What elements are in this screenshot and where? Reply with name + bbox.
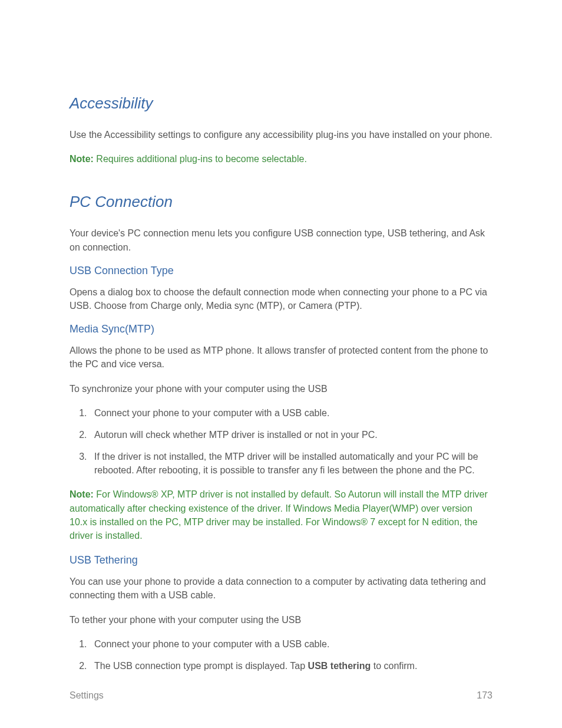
heading-pc-connection: PC Connection — [70, 193, 492, 211]
list-item: Connect your phone to your computer with… — [90, 406, 492, 420]
note-label: Note: — [70, 154, 94, 164]
accessibility-note: Note: Requires additional plug-ins to be… — [70, 152, 492, 166]
list-item: Autorun will check whether MTP driver is… — [90, 428, 492, 442]
heading-usb-tethering: USB Tethering — [70, 554, 492, 566]
usb-tethering-steps: Connect your phone to your computer with… — [70, 637, 492, 673]
step2-prefix: The USB connection type prompt is displa… — [94, 661, 308, 671]
note-text: Requires additional plug-ins to become s… — [94, 154, 307, 164]
step2-suffix: to confirm. — [371, 661, 417, 671]
media-sync-steps: Connect your phone to your computer with… — [70, 406, 492, 477]
pc-connection-intro: Your device's PC connection menu lets yo… — [70, 226, 492, 253]
media-sync-text1: Allows the phone to be used as MTP phone… — [70, 344, 492, 371]
step2-bold: USB tethering — [308, 661, 371, 671]
heading-media-sync: Media Sync(MTP) — [70, 323, 492, 335]
usb-tethering-text1: You can use your phone to provide a data… — [70, 575, 492, 602]
usb-tethering-text2: To tether your phone with your computer … — [70, 613, 492, 627]
media-sync-note: Note: For Windows® XP, MTP driver is not… — [70, 487, 492, 542]
heading-accessibility: Accessibility — [70, 94, 492, 113]
note-label: Note: — [70, 489, 94, 499]
footer-section-name: Settings — [70, 690, 104, 701]
note-text: For Windows® XP, MTP driver is not insta… — [70, 489, 488, 541]
list-item: If the driver is not installed, the MTP … — [90, 450, 492, 477]
page-footer: Settings 173 — [70, 690, 492, 701]
footer-page-number: 173 — [477, 690, 492, 701]
list-item: Connect your phone to your computer with… — [90, 637, 492, 651]
accessibility-intro: Use the Accessibility settings to config… — [70, 128, 492, 141]
usb-connection-type-text: Opens a dialog box to choose the default… — [70, 285, 492, 312]
list-item: The USB connection type prompt is displa… — [90, 659, 492, 673]
heading-usb-connection-type: USB Connection Type — [70, 265, 492, 277]
media-sync-text2: To synchronize your phone with your comp… — [70, 382, 492, 396]
